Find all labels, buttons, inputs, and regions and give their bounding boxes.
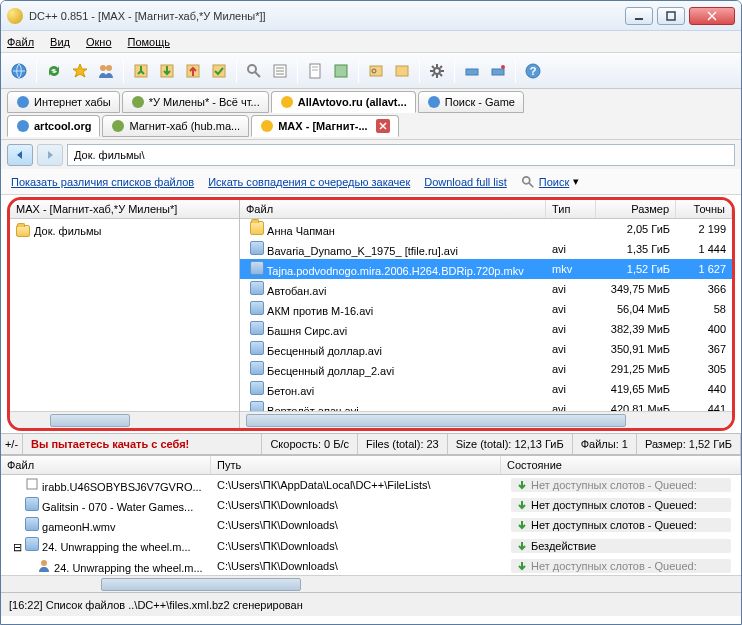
- dl-scrollbar[interactable]: [1, 575, 741, 592]
- dl-header[interactable]: Файл Путь Состояние: [1, 456, 741, 475]
- tab[interactable]: MAX - [Магнит-...: [251, 115, 399, 137]
- download-row[interactable]: 24. Unwrapping the wheel.m...C:\Users\ПК…: [1, 556, 741, 575]
- dl-col-file[interactable]: Файл: [1, 456, 211, 474]
- link-search[interactable]: Поиск ▾: [521, 175, 579, 189]
- file-row[interactable]: Bavaria_Dynamo_K_1975_ [tfile.ru].aviavi…: [240, 239, 732, 259]
- status-size-total: Size (total): 12,13 ГиБ: [448, 434, 573, 454]
- settings-icon[interactable]: [425, 59, 449, 83]
- tabs-row-2: artcool.orgМагнит-хаб (hub.ma...MAX - [М…: [1, 113, 741, 139]
- col-type[interactable]: Тип: [546, 200, 596, 218]
- expand-button[interactable]: +/-: [1, 434, 23, 454]
- video-icon: [250, 361, 264, 375]
- finished-icon[interactable]: [207, 59, 231, 83]
- path-input[interactable]: [67, 144, 735, 166]
- svg-point-35: [112, 120, 124, 132]
- hub1-icon[interactable]: [460, 59, 484, 83]
- status-speed: Скорость: 0 Б/с: [262, 434, 358, 454]
- video-icon: [250, 281, 264, 295]
- tab[interactable]: artcool.org: [7, 115, 100, 137]
- col-exact[interactable]: Точны: [676, 200, 732, 218]
- users-icon[interactable]: [94, 59, 118, 83]
- search-icon[interactable]: [242, 59, 266, 83]
- svg-point-38: [523, 176, 530, 183]
- downloads-pane: Файл Путь Состояние irabb.U46SOBYBSJ6V7G…: [1, 455, 741, 592]
- download-row[interactable]: Galitsin - 070 - Water Games...C:\Users\…: [1, 495, 741, 515]
- menu-window[interactable]: Окно: [86, 36, 112, 48]
- video-icon: [250, 261, 264, 275]
- tree-scrollbar[interactable]: [10, 411, 239, 428]
- link-diff[interactable]: Показать различия списков файлов: [11, 176, 194, 188]
- file-scrollbar[interactable]: [240, 411, 732, 428]
- svg-point-24: [434, 68, 440, 74]
- window-title: DC++ 0.851 - [MAX - [Магнит-хаб,*У Милен…: [29, 10, 621, 22]
- menu-file[interactable]: Файл: [7, 36, 34, 48]
- tab[interactable]: AllAvtovo.ru (allavt...: [271, 91, 416, 113]
- tabs-row-1: Интернет хабы*У Милены* - Всё чт...AllAv…: [1, 89, 741, 113]
- menu-bar: Файл Вид Окно Помощь: [1, 31, 741, 53]
- file-list-header[interactable]: Файл Тип Размер Точны: [240, 200, 732, 219]
- svg-rect-26: [492, 69, 504, 75]
- hub2-icon[interactable]: [486, 59, 510, 83]
- menu-help[interactable]: Помощь: [128, 36, 171, 48]
- file-row[interactable]: Вертолёт апач.aviavi420,81 МиБ441: [240, 399, 732, 411]
- file-row[interactable]: Башня Сирс.aviavi382,39 МиБ400: [240, 319, 732, 339]
- notepad-icon[interactable]: [303, 59, 327, 83]
- file-row[interactable]: Бетон.aviavi419,65 МиБ440: [240, 379, 732, 399]
- col-size[interactable]: Размер: [596, 200, 676, 218]
- link-match[interactable]: Искать совпадения с очередью закачек: [208, 176, 410, 188]
- back-button[interactable]: [7, 144, 33, 166]
- bottom-status-bar: [16:22] Список файлов ..\DC++\files.xml.…: [1, 592, 741, 616]
- globe-icon[interactable]: [7, 59, 31, 83]
- uploads-icon[interactable]: [181, 59, 205, 83]
- close-icon[interactable]: [376, 119, 390, 133]
- queue-icon[interactable]: [129, 59, 153, 83]
- video-icon: [250, 401, 264, 411]
- status-size: Размер: 1,52 ГиБ: [637, 434, 741, 454]
- tree-header: MAX - [Магнит-хаб,*У Милены*]: [10, 200, 239, 219]
- minimize-button[interactable]: [625, 7, 653, 25]
- file-row[interactable]: Бесценный доллар.aviavi350,91 МиБ367: [240, 339, 732, 359]
- link-fulllist[interactable]: Download full list: [424, 176, 507, 188]
- svg-point-36: [261, 120, 273, 132]
- download-row[interactable]: irabb.U46SOBYBSJ6V7GVRO...C:\Users\ПК\Ap…: [1, 475, 741, 495]
- forward-button[interactable]: [37, 144, 63, 166]
- tab[interactable]: Интернет хабы: [7, 91, 120, 113]
- adlist-icon[interactable]: [268, 59, 292, 83]
- tab[interactable]: Магнит-хаб (hub.ma...: [102, 115, 249, 137]
- tab[interactable]: *У Милены* - Всё чт...: [122, 91, 269, 113]
- main-split: MAX - [Магнит-хаб,*У Милены*] Док. фильм…: [7, 197, 735, 431]
- tree-folder[interactable]: Док. фильмы: [16, 223, 233, 239]
- recent-icon[interactable]: [390, 59, 414, 83]
- svg-line-12: [255, 72, 260, 77]
- svg-rect-1: [667, 12, 675, 20]
- video-icon: [250, 241, 264, 255]
- video-icon: [250, 321, 264, 335]
- svg-point-30: [17, 96, 29, 108]
- svg-point-32: [281, 96, 293, 108]
- favorites-icon[interactable]: [68, 59, 92, 83]
- col-file[interactable]: Файл: [240, 200, 546, 218]
- maximize-button[interactable]: [657, 7, 685, 25]
- file-row[interactable]: Анна Чапман2,05 ГиБ2 199: [240, 219, 732, 239]
- downloads-icon[interactable]: [155, 59, 179, 83]
- help-icon[interactable]: ?: [521, 59, 545, 83]
- log-icon[interactable]: [329, 59, 353, 83]
- download-row[interactable]: ⊟ 24. Unwrapping the wheel.m...C:\Users\…: [1, 535, 741, 556]
- dl-col-state[interactable]: Состояние: [501, 456, 741, 474]
- status-text: [16:22] Список файлов ..\DC++\files.xml.…: [9, 599, 303, 611]
- tab[interactable]: Поиск - Game: [418, 91, 524, 113]
- file-row[interactable]: Автобан.aviavi349,75 МиБ366: [240, 279, 732, 299]
- svg-rect-17: [310, 64, 320, 78]
- svg-point-33: [428, 96, 440, 108]
- svg-point-34: [17, 120, 29, 132]
- file-row[interactable]: Tajna.podvodnogo.mira.2006.H264.BDRip.72…: [240, 259, 732, 279]
- file-row[interactable]: Бесценный доллар_2.aviavi291,25 МиБ305: [240, 359, 732, 379]
- svg-point-27: [501, 65, 505, 69]
- menu-view[interactable]: Вид: [50, 36, 70, 48]
- refresh-icon[interactable]: [42, 59, 66, 83]
- dl-col-path[interactable]: Путь: [211, 456, 501, 474]
- download-row[interactable]: gameonH.wmvC:\Users\ПК\Downloads\Нет дос…: [1, 515, 741, 535]
- close-button[interactable]: [689, 7, 735, 25]
- file-row[interactable]: АКМ против М-16.aviavi56,04 МиБ58: [240, 299, 732, 319]
- filelist-icon[interactable]: [364, 59, 388, 83]
